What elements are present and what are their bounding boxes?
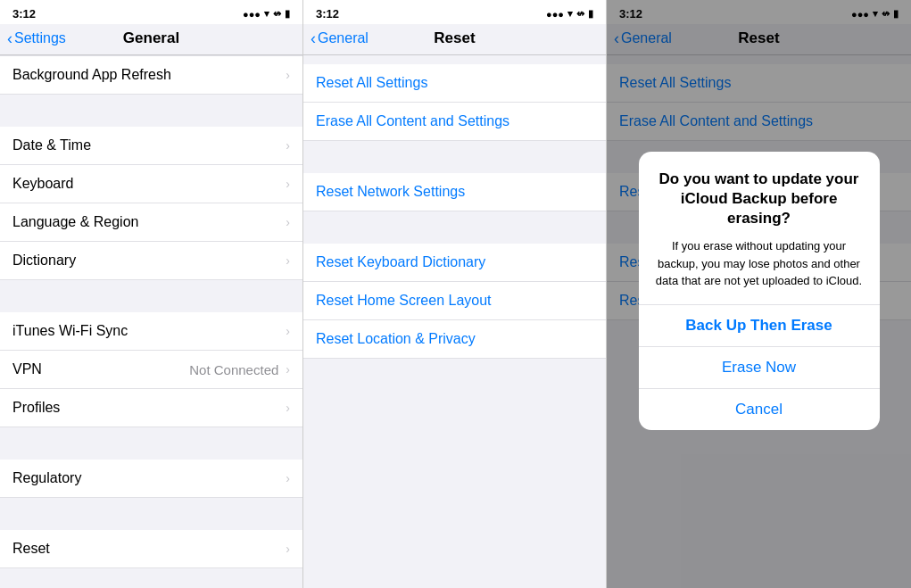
list-item-keyboard[interactable]: Keyboard › (0, 165, 302, 203)
item-label: Regulatory (12, 470, 81, 486)
nav-bar-1: ‹ Settings General (0, 24, 302, 55)
list-item-vpn[interactable]: VPN Not Connected › (0, 351, 302, 389)
status-icons-1: ●●● ▾ ↮ ▮ (243, 8, 290, 20)
separator-5 (0, 568, 302, 588)
list-item-reset-location[interactable]: Reset Location & Privacy (303, 320, 606, 359)
back-chevron-2: ‹ (311, 29, 316, 48)
status-time-1: 3:12 (12, 7, 36, 21)
nav-bar-2: ‹ General Reset (303, 24, 606, 55)
item-label: Keyboard (12, 176, 74, 192)
dialog-button-backup-erase[interactable]: Back Up Then Erase (639, 305, 880, 347)
item-label: Reset Location & Privacy (316, 331, 476, 347)
separator-1 (0, 95, 302, 127)
list-item-language-region[interactable]: Language & Region › (0, 203, 302, 242)
button-label: Erase Now (722, 359, 796, 376)
status-bar-1: 3:12 ●●● ▾ ↮ ▮ (0, 0, 302, 24)
settings-list-2: Reset All Settings Erase All Content and… (303, 55, 606, 588)
item-label: Date & Time (12, 137, 91, 153)
status-icons-2: ●●● ▾ ↮ ▮ (546, 8, 593, 20)
alert-dialog: Do you want to update your iCloud Backup… (639, 152, 880, 430)
chevron-right-icon: › (286, 471, 290, 485)
list-item-itunes-wifi[interactable]: iTunes Wi-Fi Sync › (0, 312, 302, 351)
separator-bottom (303, 359, 606, 391)
list-item-regulatory[interactable]: Regulatory › (0, 460, 302, 498)
wifi-icon-1b: ↮ (273, 8, 281, 20)
dialog-button-erase-now[interactable]: Erase Now (639, 347, 880, 389)
list-item-reset-home[interactable]: Reset Home Screen Layout (303, 282, 606, 320)
dialog-overlay: Do you want to update your iCloud Backup… (607, 0, 911, 588)
chevron-right-icon: › (286, 68, 290, 82)
nav-title-1: General (123, 29, 179, 47)
list-item-dictionary[interactable]: Dictionary › (0, 242, 302, 280)
chevron-right-icon: › (286, 177, 290, 191)
back-button-2[interactable]: ‹ General (311, 29, 369, 48)
list-item-erase-all[interactable]: Erase All Content and Settings (303, 103, 606, 141)
list-item-background-refresh[interactable]: Background App Refresh › (0, 55, 302, 95)
separator-top (303, 55, 606, 64)
back-label-1: Settings (14, 30, 66, 46)
wifi-icon-2b: ↮ (576, 8, 584, 20)
chevron-right-icon: › (286, 253, 290, 268)
battery-icon-1: ▮ (285, 8, 290, 20)
item-label: iTunes Wi-Fi Sync (12, 323, 128, 339)
chevron-right-icon: › (286, 401, 290, 415)
separator-3 (0, 427, 302, 460)
item-label: VPN (12, 361, 42, 377)
item-label: Background App Refresh (12, 67, 171, 83)
item-label: Reset Network Settings (316, 184, 465, 200)
signal-icon-1: ●●● (243, 9, 261, 20)
screen1-general: 3:12 ●●● ▾ ↮ ▮ ‹ Settings General Backgr… (0, 0, 303, 588)
chevron-right-icon: › (286, 138, 290, 153)
dialog-content: Do you want to update your iCloud Backup… (639, 152, 880, 304)
list-item-reset-keyboard[interactable]: Reset Keyboard Dictionary (303, 244, 606, 282)
list-item-date-time[interactable]: Date & Time › (0, 127, 302, 165)
list-item-reset-all-settings[interactable]: Reset All Settings (303, 64, 606, 103)
separator-mid2 (303, 211, 606, 244)
item-label: Reset Home Screen Layout (316, 293, 492, 309)
vpn-status: Not Connected (189, 362, 278, 377)
separator-mid1 (303, 141, 606, 173)
status-bar-2: 3:12 ●●● ▾ ↮ ▮ (303, 0, 606, 24)
item-label: Erase All Content and Settings (316, 113, 509, 129)
back-button-1[interactable]: ‹ Settings (7, 29, 66, 48)
list-item-reset[interactable]: Reset › (0, 530, 302, 568)
back-label-2: General (318, 30, 369, 46)
wifi-icon-2: ▾ (567, 8, 573, 20)
list-item-reset-network[interactable]: Reset Network Settings (303, 173, 606, 211)
chevron-right-icon: › (286, 215, 290, 229)
dialog-button-cancel[interactable]: Cancel (639, 389, 880, 430)
item-label: Language & Region (12, 214, 138, 230)
battery-icon-2: ▮ (588, 8, 593, 20)
item-label: Reset All Settings (316, 75, 427, 91)
dialog-message: If you erase without updating your backu… (653, 237, 865, 290)
item-label: Reset (12, 541, 50, 557)
item-label: Dictionary (12, 253, 76, 269)
list-item-profiles[interactable]: Profiles › (0, 389, 302, 427)
screen2-reset: 3:12 ●●● ▾ ↮ ▮ ‹ General Reset Reset All… (303, 0, 607, 588)
separator-2 (0, 280, 302, 312)
separator-4 (0, 498, 302, 530)
status-time-2: 3:12 (316, 7, 339, 21)
button-label: Back Up Then Erase (685, 317, 832, 334)
wifi-icon-1: ▾ (264, 8, 269, 20)
item-label: Reset Keyboard Dictionary (316, 254, 485, 270)
item-label: Profiles (12, 400, 60, 416)
nav-title-2: Reset (434, 29, 475, 47)
settings-list-1: Background App Refresh › Date & Time › K… (0, 55, 302, 588)
chevron-right-icon: › (286, 362, 290, 377)
chevron-right-icon: › (286, 324, 290, 338)
button-label: Cancel (735, 401, 783, 418)
screen3-reset-dialog: 3:12 ●●● ▾ ↮ ▮ ‹ General Reset Reset All… (607, 0, 911, 588)
dialog-title: Do you want to update your iCloud Backup… (653, 170, 865, 228)
chevron-right-icon: › (286, 542, 290, 556)
signal-icon-2: ●●● (546, 9, 564, 20)
back-chevron-1: ‹ (7, 29, 12, 48)
